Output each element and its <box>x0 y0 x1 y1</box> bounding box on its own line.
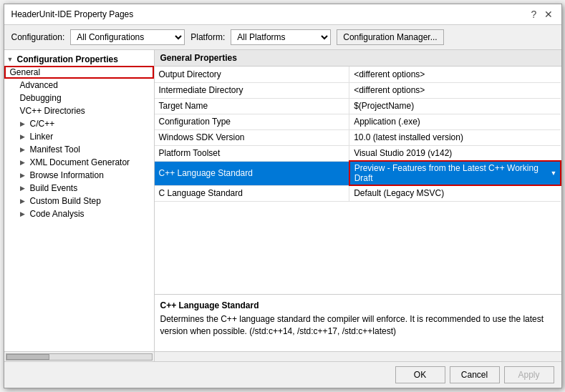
sidebar-item-label: VC++ Directories <box>20 106 85 116</box>
triangle-icon <box>20 120 30 127</box>
triangle-icon <box>20 185 30 192</box>
footer: OK Cancel Apply <box>4 361 561 388</box>
sidebar-item-browse-info[interactable]: Browse Information <box>4 169 154 182</box>
sidebar-item-manifest-tool[interactable]: Manifest Tool <box>4 143 154 156</box>
triangle-icon <box>20 159 30 166</box>
triangle-icon <box>7 56 17 63</box>
triangle-icon <box>20 172 30 179</box>
sidebar-item-label: Build Events <box>30 183 78 193</box>
description-text: Determines the C++ language standard the… <box>160 313 556 338</box>
triangle-icon <box>20 133 30 140</box>
table-row[interactable]: Output Directory <different options> <box>155 67 561 82</box>
prop-value-text: Preview - Features from the Latest C++ W… <box>354 163 539 183</box>
tree-root-label: Configuration Properties <box>17 54 118 64</box>
prop-value: 10.0 (latest installed version) <box>349 129 561 145</box>
properties-header: General Properties <box>155 50 561 67</box>
sidebar-item-label: Manifest Tool <box>30 144 80 155</box>
platform-label: Platform: <box>190 32 225 42</box>
triangle-icon <box>20 210 30 217</box>
sidebar-item-label: General <box>10 67 41 77</box>
config-manager-button[interactable]: Configuration Manager... <box>337 29 443 45</box>
prop-name: C++ Language Standard <box>155 161 349 185</box>
sidebar-item-cpp[interactable]: C/C++ <box>4 117 154 130</box>
horizontal-scrollbar[interactable] <box>6 353 153 361</box>
sidebar-item-advanced[interactable]: Advanced <box>4 79 154 92</box>
prop-name: Configuration Type <box>155 114 349 129</box>
sidebar-item-build-events[interactable]: Build Events <box>4 182 154 195</box>
dialog-title: HeaderUnit-IDE Property Pages <box>11 9 134 19</box>
scrollbar-area <box>4 351 561 361</box>
triangle-icon <box>20 146 30 153</box>
prop-name: Windows SDK Version <box>155 129 349 145</box>
table-row[interactable]: Target Name $(ProjectName) <box>155 98 561 114</box>
table-row-selected[interactable]: C++ Language Standard Preview - Features… <box>155 161 561 185</box>
table-row[interactable]: Platform Toolset Visual Studio 2019 (v14… <box>155 145 561 161</box>
table-row[interactable]: Configuration Type Application (.exe) <box>155 114 561 129</box>
prop-value: $(ProjectName) <box>349 98 561 114</box>
close-button[interactable]: ✕ <box>543 9 554 20</box>
sidebar-item-code-analysis[interactable]: Code Analysis <box>4 207 154 220</box>
prop-name: Target Name <box>155 98 349 114</box>
prop-name: C Language Standard <box>155 185 349 201</box>
tree-root-item[interactable]: Configuration Properties <box>4 53 154 66</box>
prop-name: Intermediate Directory <box>155 82 349 98</box>
table-row[interactable]: Windows SDK Version 10.0 (latest install… <box>155 129 561 145</box>
cancel-button[interactable]: Cancel <box>450 366 500 383</box>
sidebar-item-custom-build[interactable]: Custom Build Step <box>4 195 154 207</box>
description-area: C++ Language Standard Determines the C++… <box>155 294 561 351</box>
description-title: C++ Language Standard <box>160 300 556 310</box>
prop-value: <different options> <box>349 67 561 82</box>
sidebar-item-label: XML Document Generator <box>30 157 130 167</box>
prop-value: Default (Legacy MSVC) <box>349 185 561 201</box>
triangle-icon <box>20 197 30 205</box>
dropdown-arrow-icon: ▼ <box>551 170 557 177</box>
sidebar-item-vcdirectories[interactable]: VC++ Directories <box>4 104 154 117</box>
table-row[interactable]: Intermediate Directory <different option… <box>155 82 561 98</box>
platform-select[interactable]: All Platforms <box>231 29 331 45</box>
sidebar-item-label: Browse Information <box>30 170 104 180</box>
table-row[interactable]: C Language Standard Default (Legacy MSVC… <box>155 185 561 201</box>
apply-button[interactable]: Apply <box>504 366 554 383</box>
right-panel: General Properties Output Directory <dif… <box>155 50 561 351</box>
sidebar-item-xml-doc-gen[interactable]: XML Document Generator <box>4 156 154 169</box>
title-bar-buttons: ? ✕ <box>528 9 554 20</box>
sidebar-item-debugging[interactable]: Debugging <box>4 92 154 104</box>
configuration-select[interactable]: All Configurations <box>70 29 185 45</box>
scrollbar-thumb[interactable] <box>6 354 49 360</box>
sidebar-item-label: Code Analysis <box>30 209 84 219</box>
prop-name: Output Directory <box>155 67 349 82</box>
config-row: Configuration: All Configurations Platfo… <box>4 25 561 49</box>
config-label: Configuration: <box>11 32 65 42</box>
sidebar-item-label: Custom Build Step <box>30 196 101 206</box>
prop-value: Application (.exe) <box>349 114 561 129</box>
right-scrollbar-spacer <box>155 352 561 361</box>
prop-value: <different options> <box>349 82 561 98</box>
sidebar-item-general[interactable]: General <box>4 66 154 79</box>
left-panel: Configuration Properties General Advance… <box>4 50 155 351</box>
sidebar-item-label: Debugging <box>20 93 62 103</box>
sidebar-item-label: Linker <box>30 132 54 142</box>
properties-grid: Output Directory <different options> Int… <box>155 67 561 202</box>
sidebar-item-label: C/C++ <box>30 119 55 129</box>
ok-button[interactable]: OK <box>395 366 445 383</box>
left-scrollbar[interactable] <box>4 352 155 361</box>
sidebar-item-linker[interactable]: Linker <box>4 130 154 143</box>
property-pages-dialog: HeaderUnit-IDE Property Pages ? ✕ Config… <box>4 4 562 388</box>
main-content: Configuration Properties General Advance… <box>4 49 561 351</box>
prop-value-dropdown[interactable]: Preview - Features from the Latest C++ W… <box>349 161 561 185</box>
sidebar-item-label: Advanced <box>20 80 58 90</box>
title-bar: HeaderUnit-IDE Property Pages ? ✕ <box>4 4 561 25</box>
prop-name: Platform Toolset <box>155 145 349 161</box>
properties-table: Output Directory <different options> Int… <box>155 67 561 294</box>
tree: Configuration Properties General Advance… <box>4 53 154 220</box>
help-button[interactable]: ? <box>528 9 540 20</box>
prop-value: Visual Studio 2019 (v142) <box>349 145 561 161</box>
